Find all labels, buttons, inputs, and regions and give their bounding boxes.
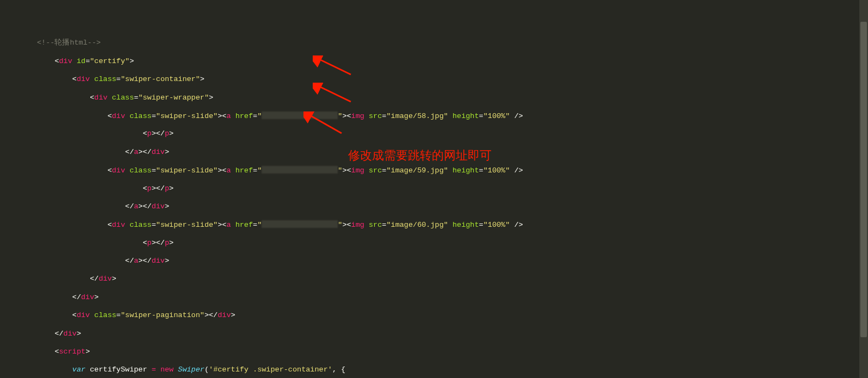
code-editor[interactable]: <!--轮播html--> <div id="certify"> <div cl… [0, 0, 868, 378]
scrollbar-thumb[interactable] [860, 22, 867, 337]
redacted-url-2 [262, 166, 338, 173]
redacted-url-3 [262, 220, 338, 228]
redacted-url-1 [262, 111, 338, 119]
vertical-scrollbar[interactable] [859, 0, 868, 378]
comment-carousel: <!--轮播html--> [37, 39, 101, 47]
